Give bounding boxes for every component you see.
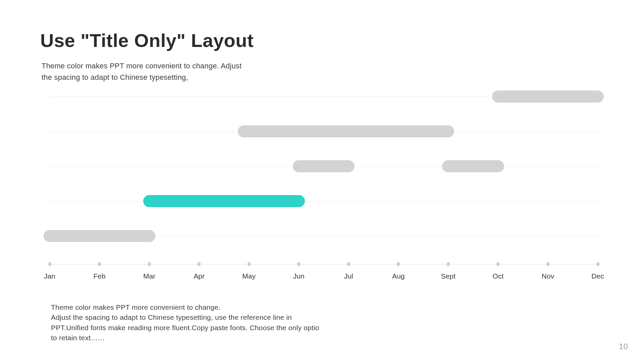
tick-label: Feb xyxy=(93,272,105,280)
gantt-bar xyxy=(143,195,305,207)
page-subtitle: Theme color makes PPT more convenient to… xyxy=(42,60,250,83)
tick-label: Jan xyxy=(44,272,55,280)
tick-dot-icon xyxy=(198,262,201,266)
tick-label: Jun xyxy=(293,272,305,280)
tick-label: Apr xyxy=(194,272,205,280)
tick-label: Sept xyxy=(441,272,455,280)
tick-label: Oct xyxy=(493,272,504,280)
slide: Use "Title Only" Layout Theme color make… xyxy=(0,0,644,362)
gantt-bar xyxy=(442,160,504,172)
tick-dot-icon xyxy=(546,262,549,266)
gantt-bar xyxy=(44,230,155,242)
gantt-bar xyxy=(492,90,604,103)
tick-dot-icon xyxy=(447,262,450,266)
grid-line xyxy=(50,201,598,201)
page-title: Use "Title Only" Layout xyxy=(40,29,254,51)
tick-dot-icon xyxy=(397,262,400,266)
tick-dot-icon xyxy=(496,262,499,266)
tick-label: Jul xyxy=(344,272,353,280)
tick-dot-icon xyxy=(148,262,151,266)
axis-line xyxy=(50,264,598,264)
tick-dot-icon xyxy=(248,262,251,266)
gantt-bar xyxy=(293,160,355,172)
tick-dot-icon xyxy=(347,262,350,266)
tick-label: Aug xyxy=(392,272,405,280)
gantt-chart xyxy=(50,86,598,264)
tick-dot-icon xyxy=(297,262,300,266)
tick-label: Mar xyxy=(143,272,155,280)
tick-dot-icon xyxy=(48,262,51,266)
page-number: 10 xyxy=(619,342,628,351)
tick-label: Dec xyxy=(591,272,604,280)
tick-label: Nov xyxy=(542,272,554,280)
x-axis: JanFebMarAprMayJunJulAugSeptOctNovDec xyxy=(50,264,598,281)
tick-label: May xyxy=(242,272,256,280)
tick-dot-icon xyxy=(98,262,101,266)
gantt-bar xyxy=(238,125,454,137)
footer-caption: Theme color makes PPT more convenient to… xyxy=(51,302,326,343)
tick-dot-icon xyxy=(596,262,599,266)
